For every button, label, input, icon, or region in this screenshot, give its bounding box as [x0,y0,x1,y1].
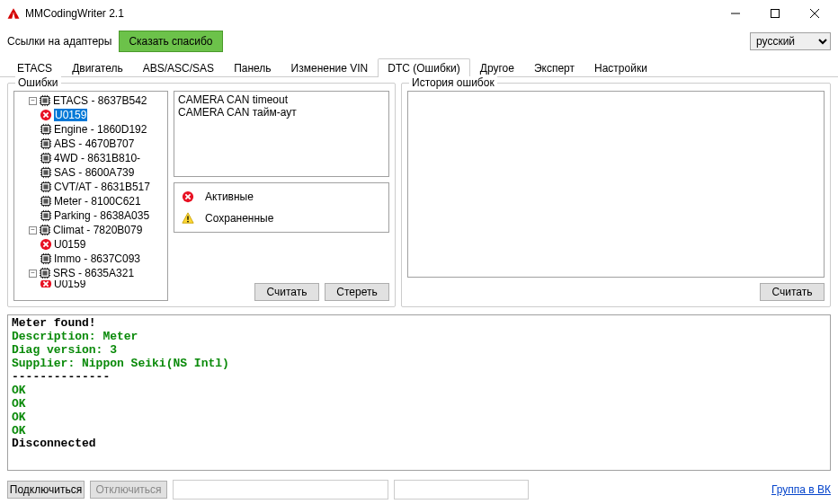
tree-ecu-node[interactable]: Immo - 8637C093 [16,252,165,266]
tab-5[interactable]: DTC (Ошибки) [378,58,469,77]
tab-bar: ETACSДвигательABS/ASC/SASПанельИзменение… [0,57,838,77]
tree-dtc-node[interactable]: U0159 [16,108,165,122]
ecu-tree[interactable]: −ETACS - 8637B542U0159Engine - 1860D192A… [13,91,168,301]
history-list [407,91,825,278]
tab-4[interactable]: Изменение VIN [281,58,379,77]
tab-3[interactable]: Панель [224,58,281,77]
disconnect-button: Отключиться [90,481,167,499]
app-logo-icon [7,7,20,20]
titlebar: MMCodingWriter 2.1 [0,0,838,27]
legend-stored-label: Сохраненные [205,212,273,225]
svg-rect-4 [771,10,780,18]
tree-node-label: CVT/AT - 8631B517 [54,181,150,193]
read-history-button[interactable]: Считать [760,283,825,301]
tree-node-label: U0159 [54,238,85,251]
svg-marker-0 [10,8,17,14]
tree-node-label: ABS - 4670B707 [54,137,134,150]
svg-rect-25 [43,127,48,131]
tree-node-label: Engine - 1860D192 [54,123,147,136]
status-legend: Активные Сохраненные [174,182,389,233]
status-slot-2 [394,480,529,500]
erase-errors-button[interactable]: Стереть [325,283,389,301]
tree-ecu-node[interactable]: −Climat - 7820B079 [16,223,165,237]
tree-node-label: U0159 [54,109,87,121]
log-console[interactable]: Meter found!Description: MeterDiag versi… [7,314,831,471]
history-legend: История ошибок [409,76,497,89]
tree-dtc-node[interactable]: U0159 [16,280,165,287]
svg-rect-123 [42,227,47,232]
tree-ecu-node[interactable]: CVT/AT - 8631B517 [16,180,165,194]
error-icon [182,190,194,203]
tree-node-label: U0159 [54,280,85,287]
language-select[interactable]: русский [750,32,831,50]
tab-6[interactable]: Другое [470,58,524,77]
tree-ecu-node[interactable]: −ETACS - 8637B542 [16,93,165,108]
tree-node-label: SRS - 8635A321 [53,267,134,279]
svg-rect-81 [43,184,48,189]
maximize-button[interactable] [755,1,795,26]
svg-rect-154 [42,270,47,275]
tree-ecu-node[interactable]: ABS - 4670B707 [16,137,165,151]
tree-toggle-icon[interactable]: − [29,226,37,234]
history-group: История ошибок Считать [401,83,831,307]
tree-node-label: Climat - 7820B079 [53,224,142,236]
tab-7[interactable]: Эксперт [524,58,584,77]
footer: Подключиться Отключиться Группа в ВК [0,476,838,503]
tree-node-label: 4WD - 8631B810- [54,152,140,164]
dtc-detail: CAMERA CAN timeoutCAMERA CAN тайм-аут [174,91,389,177]
tree-ecu-node[interactable]: SAS - 8600A739 [16,165,165,180]
tree-node-label: Parking - 8638A035 [54,209,149,222]
read-errors-button[interactable]: Считать [254,283,319,301]
tree-toggle-icon[interactable]: − [29,97,37,105]
minimize-button[interactable] [716,1,755,26]
tree-node-label: ETACS - 8637B542 [53,94,147,107]
tree-ecu-node[interactable]: −SRS - 8635A321 [16,266,165,280]
errors-legend: Ошибки [15,76,61,89]
toolbar: Ссылки на адаптеры Сказать спасибо русск… [0,27,838,56]
svg-rect-109 [43,213,48,217]
tree-node-label: Immo - 8637C093 [54,252,140,265]
tree-node-label: Meter - 8100C621 [54,195,141,208]
svg-rect-140 [43,256,48,261]
adapters-link[interactable]: Ссылки на адаптеры [7,35,111,48]
tab-0[interactable]: ETACS [7,58,62,77]
tree-node-label: SAS - 8600A739 [54,166,134,179]
warning-icon [182,212,194,225]
tab-1[interactable]: Двигатель [62,58,133,77]
tree-ecu-node[interactable]: Meter - 8100C621 [16,194,165,208]
tab-2[interactable]: ABS/ASC/SAS [133,58,224,77]
tree-dtc-node[interactable]: U0159 [16,237,165,252]
svg-rect-8 [42,98,47,102]
window-title: MMCodingWriter 2.1 [25,7,716,20]
tree-ecu-node[interactable]: Engine - 1860D192 [16,122,165,137]
tree-toggle-icon[interactable]: − [29,270,37,278]
tree-ecu-node[interactable]: 4WD - 8631B810- [16,151,165,165]
tab-8[interactable]: Настройки [584,58,657,77]
vk-link[interactable]: Группа в ВК [771,483,831,496]
tree-ecu-node[interactable]: Parking - 8638A035 [16,208,165,223]
svg-rect-95 [43,199,48,203]
thanks-button[interactable]: Сказать спасибо [119,31,222,52]
svg-point-175 [187,221,189,223]
svg-rect-53 [43,155,48,160]
connect-button[interactable]: Подключиться [7,481,85,499]
status-slot-1 [173,480,388,500]
svg-rect-39 [43,141,48,146]
close-button[interactable] [795,1,834,26]
svg-rect-67 [43,170,48,174]
legend-active-label: Активные [205,190,254,203]
errors-group: Ошибки −ETACS - 8637B542U0159Engine - 18… [7,83,396,307]
